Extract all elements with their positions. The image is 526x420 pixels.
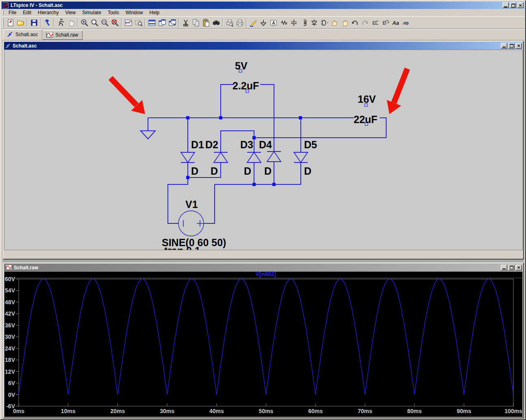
toolbar-print-button[interactable]	[235, 17, 245, 28]
menu-item-hierarchy[interactable]: Hierarchy	[35, 9, 62, 16]
y-axis-label: 6V	[8, 380, 15, 386]
label-d3[interactable]: D3	[240, 139, 253, 150]
menu-item-view[interactable]: View	[62, 9, 79, 16]
toolbar-resistor-button[interactable]	[278, 17, 289, 28]
schematic-minimize-button[interactable]	[501, 43, 507, 49]
y-axis-label: 42V	[5, 310, 15, 317]
toolbar-text-button[interactable]: Aa	[390, 17, 400, 28]
tab-schalt-asc[interactable]: Schalt.asc	[3, 29, 42, 40]
x-axis-label: 90ms	[456, 408, 471, 414]
schematic-window: Schalt.asc ×	[3, 41, 524, 260]
menu-item-simulate[interactable]: Simulate	[79, 9, 104, 16]
minimize-button[interactable]	[502, 2, 509, 8]
diode-d5[interactable]	[294, 152, 308, 162]
toolbar-diode-button[interactable]	[309, 17, 319, 28]
trace-legend[interactable]: V[n002]	[256, 272, 276, 277]
label-model-d3[interactable]: D	[244, 165, 251, 177]
toolbar-paste-button[interactable]	[201, 17, 211, 28]
toolbar-undo-button[interactable]	[350, 17, 360, 28]
menu-item-edit[interactable]: Edit	[20, 9, 35, 16]
toolbar-tile-vertical-button[interactable]	[157, 17, 167, 28]
app-titlebar[interactable]: LTspice IV - Schalt.asc ×	[2, 2, 524, 9]
menu-item-help[interactable]: Help	[146, 9, 163, 16]
autorange-icon	[124, 19, 133, 27]
x-axis-label: 30ms	[160, 408, 174, 414]
menu-grip[interactable]	[2, 10, 4, 15]
toolbar-cascade-windows-button[interactable]	[167, 17, 177, 28]
label-d5[interactable]: D5	[304, 139, 317, 150]
label-d2[interactable]: D2	[205, 139, 218, 150]
schematic-canvas[interactable]: 5V 2.2uF 16V 22uF D1 D2 D3 D4 D5 D D D D…	[4, 50, 523, 250]
label-v1[interactable]: V1	[185, 199, 198, 210]
toolbar-zoom-back-button[interactable]	[133, 17, 143, 28]
toolbar-run-button[interactable]	[56, 17, 66, 28]
toolbar-separator	[222, 18, 223, 27]
waveform-tab-icon	[46, 32, 53, 38]
toolbar-print-preview-button[interactable]	[224, 17, 235, 28]
y-axis-label: 0V	[8, 392, 15, 398]
toolbar-tile-horizontal-button[interactable]	[147, 17, 157, 28]
schematic-close-button[interactable]: ×	[515, 43, 522, 49]
label-d4[interactable]: D4	[259, 139, 272, 150]
label-2-2uf[interactable]: 2.2uF	[233, 80, 259, 91]
label-16v[interactable]: 16V	[358, 93, 376, 105]
diode-d3[interactable]	[247, 152, 261, 162]
toolbar-capacitor-button[interactable]	[289, 17, 299, 28]
label-model-d4[interactable]: D	[264, 165, 272, 177]
toolbar-redo-button[interactable]	[360, 17, 370, 28]
toolbar-control-panel-button[interactable]	[42, 17, 52, 28]
toolbar-move-button[interactable]	[329, 17, 339, 28]
toolbar-rotate-button[interactable]: E	[380, 17, 390, 28]
toolbar-zoom-full-button[interactable]	[110, 17, 120, 28]
undo-icon	[351, 19, 359, 27]
waveform-close-button[interactable]: ×	[515, 265, 522, 271]
toolbar-find-button[interactable]	[211, 17, 221, 28]
menu-item-file[interactable]: File	[5, 9, 20, 16]
toolbar-wire-button[interactable]	[248, 17, 258, 28]
diode-d4[interactable]	[267, 152, 281, 162]
toolbar-halt-button[interactable]	[66, 17, 76, 28]
diode-d2[interactable]	[214, 152, 228, 162]
toolbar-component-button[interactable]	[319, 17, 329, 28]
label-d1[interactable]: D1	[191, 139, 204, 150]
label-5v[interactable]: 5V	[235, 60, 248, 71]
toolbar-zoom-in-button[interactable]	[79, 17, 89, 28]
voltage-source-v1[interactable]	[178, 211, 204, 236]
menu-item-window[interactable]: Window	[122, 9, 146, 16]
waveform-plot-area[interactable]: V[n002]60V54V48V42V36V30V24V18V12V6V0V-6…	[4, 271, 523, 417]
toolbar-drag-button[interactable]	[339, 17, 350, 28]
toolbar-ground-button[interactable]	[258, 17, 268, 28]
toolbar-inductor-button[interactable]	[299, 17, 309, 28]
schematic-maximize-button[interactable]	[508, 43, 515, 49]
label-model-d1[interactable]: D	[191, 165, 198, 177]
maximize-button[interactable]	[510, 2, 516, 8]
toolbar-cut-button[interactable]	[180, 17, 191, 28]
toolbar-spice-directive-button[interactable]: .op	[400, 17, 411, 28]
label-model-d5[interactable]: D	[304, 165, 311, 177]
schematic-titlebar[interactable]: Schalt.asc ×	[4, 42, 523, 50]
ground-symbol[interactable]	[141, 118, 155, 139]
toolbar-zoom-out-button[interactable]	[100, 17, 110, 28]
waveform-titlebar[interactable]: Schalt.raw ×	[4, 264, 523, 271]
toolbar-open-button[interactable]	[15, 17, 26, 28]
label-22uf[interactable]: 22uF	[354, 114, 377, 125]
toolbar-zoom-area-button[interactable]	[89, 17, 100, 28]
waveform-trace[interactable]	[19, 279, 513, 395]
waveform-maximize-button[interactable]	[508, 265, 515, 271]
wire-top-rail[interactable]	[148, 118, 386, 138]
toolbar-autorange-button[interactable]	[123, 17, 133, 28]
toolbar-save-button[interactable]	[29, 17, 39, 28]
plot-border	[19, 279, 513, 406]
toolbar-mirror-button[interactable]: E	[370, 17, 380, 28]
diode-d1[interactable]	[181, 152, 195, 162]
waveform-minimize-button[interactable]	[501, 265, 507, 271]
label-model-d2[interactable]: D	[211, 165, 218, 177]
toolbar-new-schematic-button[interactable]	[5, 17, 15, 28]
close-button[interactable]: ×	[517, 2, 524, 8]
toolbar-net-label-button[interactable]: A	[268, 17, 278, 28]
label-tran[interactable]: .tran 0.1	[161, 245, 200, 250]
menu-item-tools[interactable]: Tools	[104, 9, 122, 16]
toolbar-copy-button[interactable]	[191, 17, 201, 28]
toolbar-grip[interactable]	[2, 18, 4, 26]
tab-schalt-raw[interactable]: Schalt.raw	[42, 30, 83, 40]
